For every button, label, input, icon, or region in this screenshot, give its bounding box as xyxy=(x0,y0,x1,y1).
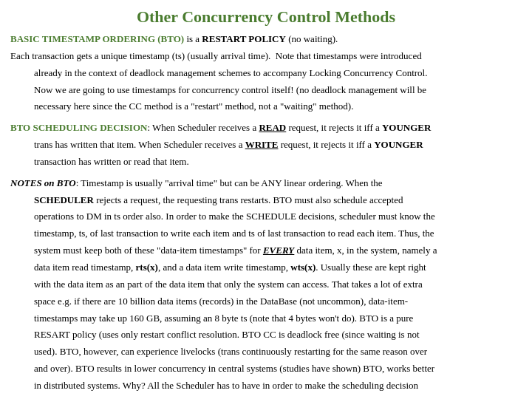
notes-bto-line4: timestamp, ts, of last transaction to wr… xyxy=(34,227,522,241)
bto-heading-rest: is a RESTART POLICY (no waiting). xyxy=(184,33,338,44)
notes-bto-section: NOTES on BTO: Timestamp is usually "arri… xyxy=(10,177,522,399)
notes-bto-line3: operations to DM in ts order also. In or… xyxy=(34,210,522,224)
notes-bto-line14: when a transaction, t asks for a data it… xyxy=(34,396,522,399)
notes-bto-line2: SCHEDULER rejects a request, the request… xyxy=(34,194,522,208)
bto-scheduling-rest: : When Scheduler receives a READ request… xyxy=(147,122,431,133)
notes-wts: wts(x) xyxy=(290,262,316,273)
notes-bto-line5: system must keep both of these "data-ite… xyxy=(34,244,522,258)
notes-bto-heading: NOTES on BTO xyxy=(10,177,76,188)
bto-heading: BASIC TIMESTAMP ORDERING (BTO) xyxy=(10,33,184,44)
bto-scheduling-line2: trans has written that item. When Schedu… xyxy=(34,138,522,152)
notes-every: EVERY xyxy=(263,245,294,256)
page-title: Other Concurrency Control Methods xyxy=(10,7,522,27)
notes-bto-line9: timestamps may take up 160 GB, assuming … xyxy=(34,312,522,326)
notes-bto-line8: space e.g. if there are 10 billion data … xyxy=(34,295,522,309)
bto-intro-body-3: Now we are going to use timestamps for c… xyxy=(34,83,522,98)
bto-intro-section: BASIC TIMESTAMP ORDERING (BTO) is a REST… xyxy=(10,33,522,114)
notes-scheduler-bold: SCHEDULER xyxy=(34,194,94,205)
bto-scheduling-line3: transaction has written or read that ite… xyxy=(34,155,522,169)
notes-bto-rest1: : Timestamp is usually "arrival time" bu… xyxy=(76,177,383,188)
bto-intro-body-2: already in the context of deadlock manag… xyxy=(34,66,522,81)
bto-scheduling-para: BTO SCHEDULING DECISION: When Scheduler … xyxy=(10,121,522,135)
bto-scheduling-section: BTO SCHEDULING DECISION: When Scheduler … xyxy=(10,121,522,169)
notes-bto-line1: NOTES on BTO: Timestamp is usually "arri… xyxy=(10,177,522,191)
notes-rts: rts(x) xyxy=(136,262,158,273)
notes-bto-line13: in distributed systems. Why? All the Sch… xyxy=(34,379,522,393)
bto-scheduling-heading: BTO SCHEDULING DECISION xyxy=(10,122,147,133)
bto-intro-body-4: necessary here since the CC method is a … xyxy=(34,100,522,114)
notes-bto-line7: with the data item as an part of the dat… xyxy=(34,278,522,292)
notes-bto-line12: and over). BTO results in lower concurre… xyxy=(34,362,522,376)
notes-bto-line11: used). BTO, however, can experience live… xyxy=(34,345,522,359)
notes-bto-line10: RESART policy (uses only restart conflic… xyxy=(34,328,522,342)
bto-intro-heading-line: BASIC TIMESTAMP ORDERING (BTO) is a REST… xyxy=(10,33,522,47)
bto-intro-body-1: Each transaction gets a unique timestamp… xyxy=(10,50,522,64)
notes-bto-line6: data item read timestamp, rts(x), and a … xyxy=(34,261,522,275)
